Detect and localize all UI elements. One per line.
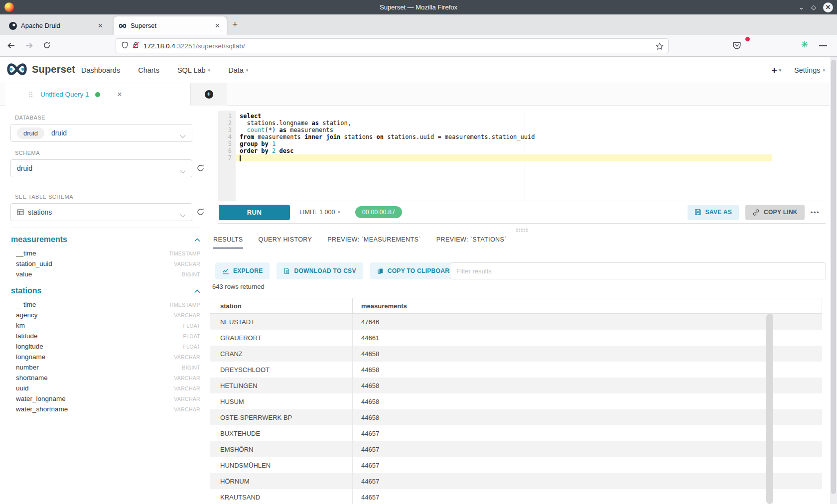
close-tab-icon[interactable]: ✕ (96, 22, 105, 29)
bookmark-star-icon[interactable] (656, 42, 664, 52)
back-icon[interactable] (7, 41, 15, 52)
explore-button[interactable]: EXPLORE (215, 262, 270, 279)
filter-results-input[interactable] (450, 262, 826, 279)
code-line: from measurements inner join stations on… (236, 133, 772, 140)
chevron-down-icon: ▾ (823, 68, 825, 73)
button-label: EXPLORE (233, 267, 263, 274)
pane-splitter[interactable] (218, 227, 826, 233)
clipboard-icon (377, 267, 384, 274)
cell-station: CRANZ (210, 346, 353, 362)
insecure-lock-icon[interactable] (132, 41, 140, 51)
close-query-tab-icon[interactable]: ✕ (117, 91, 123, 98)
line-number: 6 (218, 147, 232, 154)
table-row[interactable]: BUXTEHUDE44657 (210, 425, 822, 441)
new-tab-icon[interactable]: + (232, 19, 238, 29)
copy-link-button[interactable]: COPY LINK (745, 205, 805, 220)
table-row[interactable]: KRAUTSAND44657 (210, 489, 822, 504)
chevron-down-icon: ▾ (208, 68, 211, 73)
editor-card: 1234567 select stations.longname as stat… (218, 111, 826, 224)
query-tab-active[interactable]: Untitled Query 1 ✕ (5, 83, 191, 106)
table-scrollbar[interactable] (766, 314, 773, 504)
table-row[interactable]: HÖRNUM44657 (210, 473, 822, 489)
save-icon (695, 209, 701, 216)
table-row[interactable]: DREYSCHLOOT44658 (210, 362, 822, 378)
query-status-dot (95, 92, 100, 97)
cell-station: HUNDSMÜHLEN (210, 457, 353, 473)
column-header-measurements[interactable]: measurements (353, 298, 822, 313)
cell-measurements: 44658 (353, 378, 822, 393)
results-tab-preview-measurements[interactable]: PREVIEW: `MEASUREMENTS` (327, 236, 420, 249)
nav-item-label: SQL Lab (177, 66, 206, 74)
database-select[interactable]: druid druid (10, 124, 192, 142)
editor-gutter: 1234567 (218, 111, 236, 201)
window-title: Superset — Mozilla Firefox (0, 3, 837, 11)
copy-to-clipboard-button[interactable]: COPY TO CLIPBOARD (370, 262, 461, 279)
refresh-table-icon[interactable] (196, 208, 205, 218)
url-bar[interactable]: 172.18.0.4:32251/superset/sqllab/ (116, 38, 669, 53)
table-row[interactable]: HUNDSMÜHLEN44657 (210, 457, 822, 473)
browser-tab-superset[interactable]: Superset ✕ (114, 16, 227, 35)
results-tab-preview-stations[interactable]: PREVIEW: `STATIONS` (436, 236, 507, 249)
nav-item-data[interactable]: Data▾ (228, 66, 248, 74)
chevron-down-icon (180, 211, 186, 220)
table-row[interactable]: NEUSTADT47646 (210, 314, 822, 330)
schema-value: druid (17, 164, 32, 172)
run-button[interactable]: RUN (219, 205, 290, 220)
add-new-button[interactable]: +▾ (771, 65, 781, 76)
query-tabbar: Untitled Query 1 ✕ + (0, 83, 837, 106)
cell-station: BUXTEHUDE (210, 425, 353, 441)
cell-station: HÖRNUM (210, 473, 353, 489)
superset-logo[interactable]: Superset (6, 63, 75, 76)
schema-select[interactable]: druid (10, 159, 192, 177)
table-row[interactable]: EMSHÖRN44657 (210, 441, 822, 457)
reload-icon[interactable] (43, 41, 51, 51)
column-header-station[interactable]: station (210, 298, 353, 313)
shield-icon[interactable] (121, 41, 129, 51)
schema-label: SCHEMA (15, 150, 205, 156)
limit-dropdown[interactable]: LIMIT: 1 000 ▾ (299, 209, 340, 216)
nav-item-dashboards[interactable]: Dashboards (81, 66, 120, 74)
results-tab-query-history[interactable]: QUERY HISTORY (259, 236, 312, 249)
cell-measurements: 44657 (353, 441, 822, 457)
close-tab-icon[interactable]: ✕ (213, 22, 222, 29)
results-pane: RESULTSQUERY HISTORYPREVIEW: `MEASUREMEN… (0, 234, 837, 504)
minimize-icon[interactable]: ⌄ (799, 4, 804, 10)
forward-icon[interactable] (25, 41, 33, 52)
close-window-icon[interactable]: ✕ (823, 2, 833, 12)
button-label: COPY TO CLIPBOARD (388, 267, 454, 274)
maximize-icon[interactable]: ◇ (811, 4, 816, 10)
table-row[interactable]: OSTE-SPERRWERK BP44658 (210, 409, 822, 425)
drag-handle-icon[interactable] (29, 91, 32, 98)
chevron-down-icon: ▾ (779, 68, 782, 73)
brand-name: Superset (32, 64, 75, 75)
scrollbar-thumb[interactable] (831, 60, 836, 494)
page-scrollbar[interactable] (830, 57, 837, 504)
table-row[interactable]: GRAUERORT44661 (210, 330, 822, 346)
nav-item-label: Charts (138, 66, 159, 74)
nav-item-charts[interactable]: Charts (138, 66, 159, 74)
browser-tab-apache-druid[interactable]: Apache Druid ✕ (4, 16, 110, 35)
download-to-csv-button[interactable]: DOWNLOAD TO CSV (277, 262, 363, 279)
cell-measurements: 44657 (353, 473, 822, 489)
refresh-schema-icon[interactable] (196, 164, 205, 174)
results-tab-results[interactable]: RESULTS (213, 236, 243, 249)
editor-toolbar: RUN LIMIT: 1 000 ▾ 00:00:00.87 SAVE AS C… (218, 201, 826, 223)
file-icon (283, 267, 290, 274)
sql-editor[interactable]: 1234567 select stations.longname as stat… (218, 111, 772, 201)
nav-item-sql-lab[interactable]: SQL Lab▾ (177, 66, 210, 74)
pocket-icon[interactable] (732, 41, 741, 52)
table-schema-select[interactable]: stations (10, 203, 192, 221)
chevron-down-icon (180, 167, 186, 176)
save-as-button[interactable]: SAVE AS (688, 205, 739, 220)
table-row[interactable]: CRANZ44658 (210, 346, 822, 362)
table-row[interactable]: HETLINGEN44658 (210, 378, 822, 393)
results-tabs: RESULTSQUERY HISTORYPREVIEW: `MEASUREMEN… (213, 236, 507, 249)
results-table-header: station measurements (210, 298, 822, 314)
results-actions: EXPLOREDOWNLOAD TO CSVCOPY TO CLIPBOARD (215, 262, 826, 279)
limit-value: 1 000 (319, 209, 335, 216)
more-options-icon[interactable]: ••• (811, 209, 820, 216)
settings-menu[interactable]: Settings▾ (794, 66, 825, 74)
table-row[interactable]: HUSUM44658 (210, 393, 822, 409)
add-query-tab[interactable]: + (191, 83, 227, 106)
extension-asterisk-icon[interactable]: ✳ (801, 39, 808, 50)
